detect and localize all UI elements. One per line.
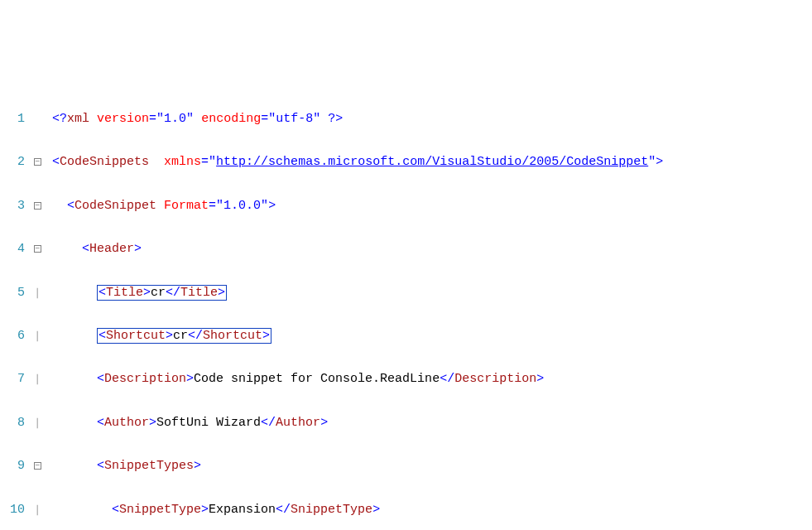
xml-eq: =: [149, 112, 156, 126]
code-content[interactable]: <?xml version="1.0" encoding="utf-8" ?> …: [45, 87, 812, 530]
code-line[interactable]: <SnippetType>Expansion</SnippetType>: [45, 499, 812, 521]
line-number-gutter: 1 2 3 4 5 6 7 8 9 10 11 12 13 14 15 16 1…: [0, 87, 30, 530]
highlighted-box: <Shortcut>cr</Shortcut>: [97, 328, 271, 344]
xml-xmlns-url[interactable]: http://schemas.microsoft.com/VisualStudi…: [216, 155, 648, 169]
line-number: 4: [0, 238, 25, 260]
code-editor[interactable]: 1 2 3 4 5 6 7 8 9 10 11 12 13 14 15 16 1…: [0, 87, 812, 530]
xml-tag: SnippetType: [119, 503, 201, 517]
fold-gutter: − − − │ │ │ │ − │ │ │ − − − │ │ │ │ − │ …: [30, 87, 45, 530]
xml-tag: Title: [106, 286, 143, 300]
xml-decl-close: ?>: [328, 112, 343, 126]
line-number: 9: [0, 455, 25, 477]
code-line[interactable]: <CodeSnippet Format="1.0.0">: [45, 195, 812, 217]
xml-attr: version: [97, 112, 149, 126]
xml-tag: Shortcut: [106, 329, 166, 343]
code-line[interactable]: <Description>Code snippet for Console.Re…: [45, 369, 812, 390]
code-line[interactable]: <?xml version="1.0" encoding="utf-8" ?>: [45, 108, 812, 130]
line-number: 8: [0, 412, 25, 434]
xml-text: cr: [173, 329, 188, 343]
xml-attr: xmlns: [164, 155, 201, 169]
xml-text: cr: [151, 286, 166, 300]
xml-text: Code snippet for Console.ReadLine: [194, 372, 440, 386]
line-number: 1: [0, 108, 25, 130]
xml-tag: Header: [89, 242, 134, 256]
code-line[interactable]: <Title>cr</Title>: [45, 282, 812, 304]
xml-tag: CodeSnippet: [74, 199, 156, 213]
fold-toggle[interactable]: −: [30, 152, 45, 173]
fold-toggle[interactable]: −: [30, 195, 45, 217]
code-line[interactable]: <CodeSnippets xmlns="http://schemas.micr…: [45, 152, 812, 173]
fold-toggle[interactable]: −: [30, 455, 45, 477]
xml-tag: SnippetTypes: [104, 459, 194, 473]
xml-tag: Author: [104, 416, 149, 430]
xml-text: SoftUni Wizard: [156, 416, 261, 430]
xml-tag: Description: [104, 372, 186, 386]
code-line[interactable]: <Shortcut>cr</Shortcut>: [45, 325, 812, 347]
xml-attr: Format: [164, 199, 209, 213]
code-line[interactable]: <Author>SoftUni Wizard</Author>: [45, 412, 812, 434]
line-number: 5: [0, 282, 25, 304]
line-number: 6: [0, 325, 25, 347]
xml-decl-name: xml: [67, 112, 89, 126]
line-number: 2: [0, 152, 25, 173]
xml-attr-value: "1.0.0": [216, 199, 268, 213]
xml-attr-value: "1.0": [156, 112, 194, 126]
line-number: 3: [0, 195, 25, 217]
xml-text: Expansion: [209, 503, 276, 517]
line-number: 7: [0, 369, 25, 390]
line-number: 10: [0, 499, 25, 521]
fold-toggle[interactable]: −: [30, 238, 45, 260]
xml-decl-open: <?: [52, 112, 67, 126]
code-line[interactable]: <SnippetTypes>: [45, 455, 812, 477]
xml-attr-value: "utf-8": [268, 112, 320, 126]
highlighted-box: <Title>cr</Title>: [97, 285, 227, 301]
xml-attr: encoding: [201, 112, 261, 126]
code-line[interactable]: <Header>: [45, 238, 812, 260]
xml-tag: CodeSnippets: [60, 155, 149, 169]
